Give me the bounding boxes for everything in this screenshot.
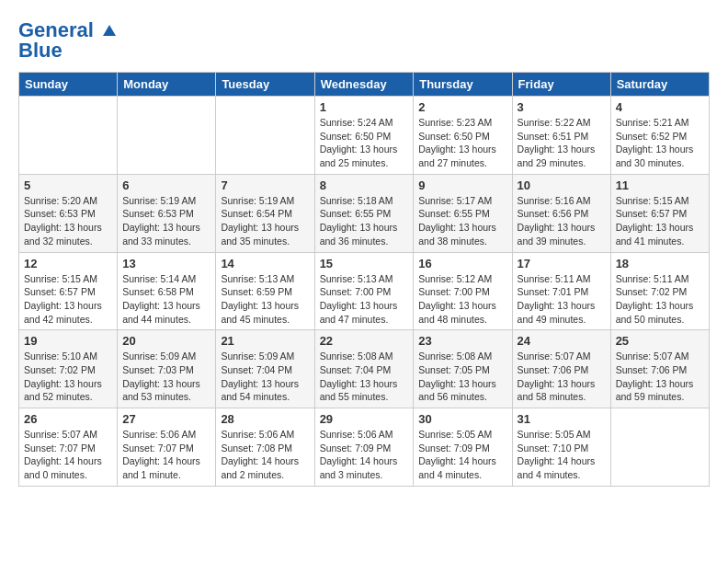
day-info: Sunrise: 5:06 AM Sunset: 7:09 PM Dayligh… <box>320 428 409 482</box>
day-info: Sunrise: 5:05 AM Sunset: 7:10 PM Dayligh… <box>518 428 606 482</box>
svg-marker-0 <box>103 25 116 36</box>
day-number: 21 <box>221 334 309 348</box>
day-number: 29 <box>320 412 409 426</box>
day-info: Sunrise: 5:13 AM Sunset: 7:00 PM Dayligh… <box>320 272 409 327</box>
day-info: Sunrise: 5:07 AM Sunset: 7:07 PM Dayligh… <box>24 428 112 482</box>
calendar-cell: 13Sunrise: 5:14 AM Sunset: 6:58 PM Dayli… <box>118 252 216 330</box>
day-header-wednesday: Wednesday <box>314 73 414 97</box>
calendar-cell: 27Sunrise: 5:06 AM Sunset: 7:07 PM Dayli… <box>118 408 216 487</box>
day-number: 7 <box>221 178 309 192</box>
calendar-cell: 23Sunrise: 5:08 AM Sunset: 7:05 PM Dayli… <box>414 330 512 408</box>
day-info: Sunrise: 5:15 AM Sunset: 6:57 PM Dayligh… <box>24 272 112 327</box>
calendar-cell: 7Sunrise: 5:19 AM Sunset: 6:54 PM Daylig… <box>216 174 314 252</box>
day-number: 23 <box>418 334 506 348</box>
day-header-sunday: Sunday <box>19 73 118 97</box>
calendar-cell: 28Sunrise: 5:06 AM Sunset: 7:08 PM Dayli… <box>216 408 314 487</box>
day-info: Sunrise: 5:09 AM Sunset: 7:04 PM Dayligh… <box>221 350 309 404</box>
day-header-monday: Monday <box>118 73 216 97</box>
calendar-cell: 19Sunrise: 5:10 AM Sunset: 7:02 PM Dayli… <box>19 330 118 408</box>
calendar-cell: 16Sunrise: 5:12 AM Sunset: 7:00 PM Dayli… <box>414 252 512 330</box>
day-number: 2 <box>418 100 506 114</box>
day-number: 5 <box>24 178 112 192</box>
day-number: 9 <box>418 178 506 192</box>
day-number: 27 <box>122 412 210 426</box>
day-info: Sunrise: 5:16 AM Sunset: 6:56 PM Dayligh… <box>518 194 606 248</box>
calendar-cell: 6Sunrise: 5:19 AM Sunset: 6:53 PM Daylig… <box>118 174 216 252</box>
day-info: Sunrise: 5:07 AM Sunset: 7:06 PM Dayligh… <box>518 350 606 404</box>
calendar-cell: 18Sunrise: 5:11 AM Sunset: 7:02 PM Dayli… <box>610 252 709 330</box>
logo-blue-text: Blue <box>18 39 63 63</box>
day-info: Sunrise: 5:11 AM Sunset: 7:02 PM Dayligh… <box>616 272 704 327</box>
day-number: 12 <box>24 257 112 270</box>
day-number: 25 <box>616 334 704 348</box>
day-number: 17 <box>518 257 606 270</box>
day-header-saturday: Saturday <box>610 73 709 97</box>
calendar-cell: 24Sunrise: 5:07 AM Sunset: 7:06 PM Dayli… <box>512 330 610 408</box>
day-number: 18 <box>616 257 704 270</box>
calendar-cell: 5Sunrise: 5:20 AM Sunset: 6:53 PM Daylig… <box>19 174 118 252</box>
day-info: Sunrise: 5:17 AM Sunset: 6:55 PM Dayligh… <box>418 194 506 248</box>
day-info: Sunrise: 5:19 AM Sunset: 6:54 PM Dayligh… <box>221 194 309 248</box>
calendar-cell: 17Sunrise: 5:11 AM Sunset: 7:01 PM Dayli… <box>512 252 610 330</box>
calendar-cell: 10Sunrise: 5:16 AM Sunset: 6:56 PM Dayli… <box>512 174 610 252</box>
day-number: 11 <box>616 178 704 192</box>
calendar-week-row: 26Sunrise: 5:07 AM Sunset: 7:07 PM Dayli… <box>19 408 710 487</box>
day-number: 30 <box>418 412 506 426</box>
calendar-cell: 14Sunrise: 5:13 AM Sunset: 6:59 PM Dayli… <box>216 252 314 330</box>
day-number: 1 <box>320 100 409 114</box>
calendar-cell <box>216 97 314 175</box>
calendar-cell: 26Sunrise: 5:07 AM Sunset: 7:07 PM Dayli… <box>19 408 118 487</box>
calendar-cell: 2Sunrise: 5:23 AM Sunset: 6:50 PM Daylig… <box>414 97 512 175</box>
day-number: 3 <box>518 100 606 114</box>
calendar-cell: 9Sunrise: 5:17 AM Sunset: 6:55 PM Daylig… <box>414 174 512 252</box>
day-info: Sunrise: 5:08 AM Sunset: 7:04 PM Dayligh… <box>320 350 409 404</box>
day-number: 4 <box>616 100 704 114</box>
calendar-table: SundayMondayTuesdayWednesdayThursdayFrid… <box>18 72 710 487</box>
day-number: 10 <box>518 178 606 192</box>
day-number: 31 <box>518 412 606 426</box>
calendar-cell <box>610 408 709 487</box>
page-header: General Blue <box>18 18 710 63</box>
day-header-tuesday: Tuesday <box>216 73 314 97</box>
calendar-cell: 20Sunrise: 5:09 AM Sunset: 7:03 PM Dayli… <box>118 330 216 408</box>
calendar-cell: 31Sunrise: 5:05 AM Sunset: 7:10 PM Dayli… <box>512 408 610 487</box>
calendar-cell: 15Sunrise: 5:13 AM Sunset: 7:00 PM Dayli… <box>314 252 414 330</box>
calendar-week-row: 1Sunrise: 5:24 AM Sunset: 6:50 PM Daylig… <box>19 97 710 175</box>
day-info: Sunrise: 5:14 AM Sunset: 6:58 PM Dayligh… <box>122 272 210 327</box>
day-info: Sunrise: 5:13 AM Sunset: 6:59 PM Dayligh… <box>221 272 309 327</box>
day-info: Sunrise: 5:12 AM Sunset: 7:00 PM Dayligh… <box>418 272 506 327</box>
day-number: 13 <box>122 257 210 270</box>
day-info: Sunrise: 5:07 AM Sunset: 7:06 PM Dayligh… <box>616 350 704 404</box>
day-number: 22 <box>320 334 409 348</box>
day-number: 15 <box>320 257 409 270</box>
calendar-week-row: 19Sunrise: 5:10 AM Sunset: 7:02 PM Dayli… <box>19 330 710 408</box>
calendar-cell: 3Sunrise: 5:22 AM Sunset: 6:51 PM Daylig… <box>512 97 610 175</box>
calendar-cell: 8Sunrise: 5:18 AM Sunset: 6:55 PM Daylig… <box>314 174 414 252</box>
day-info: Sunrise: 5:10 AM Sunset: 7:02 PM Dayligh… <box>24 350 112 404</box>
calendar-cell: 4Sunrise: 5:21 AM Sunset: 6:52 PM Daylig… <box>610 97 709 175</box>
calendar-cell: 12Sunrise: 5:15 AM Sunset: 6:57 PM Dayli… <box>19 252 118 330</box>
day-number: 14 <box>221 257 309 270</box>
calendar-week-row: 12Sunrise: 5:15 AM Sunset: 6:57 PM Dayli… <box>19 252 710 330</box>
day-info: Sunrise: 5:24 AM Sunset: 6:50 PM Dayligh… <box>320 116 409 170</box>
calendar-cell <box>19 97 118 175</box>
day-number: 8 <box>320 178 409 192</box>
day-info: Sunrise: 5:08 AM Sunset: 7:05 PM Dayligh… <box>418 350 506 404</box>
calendar-cell: 1Sunrise: 5:24 AM Sunset: 6:50 PM Daylig… <box>314 97 414 175</box>
day-info: Sunrise: 5:18 AM Sunset: 6:55 PM Dayligh… <box>320 194 409 248</box>
day-info: Sunrise: 5:06 AM Sunset: 7:07 PM Dayligh… <box>122 428 210 482</box>
day-number: 16 <box>418 257 506 270</box>
calendar-cell: 11Sunrise: 5:15 AM Sunset: 6:57 PM Dayli… <box>610 174 709 252</box>
day-info: Sunrise: 5:06 AM Sunset: 7:08 PM Dayligh… <box>221 428 309 482</box>
day-info: Sunrise: 5:20 AM Sunset: 6:53 PM Dayligh… <box>24 194 112 248</box>
day-info: Sunrise: 5:21 AM Sunset: 6:52 PM Dayligh… <box>616 116 704 170</box>
calendar-cell: 22Sunrise: 5:08 AM Sunset: 7:04 PM Dayli… <box>314 330 414 408</box>
day-info: Sunrise: 5:09 AM Sunset: 7:03 PM Dayligh… <box>122 350 210 404</box>
calendar-cell: 30Sunrise: 5:05 AM Sunset: 7:09 PM Dayli… <box>414 408 512 487</box>
day-number: 24 <box>518 334 606 348</box>
day-info: Sunrise: 5:15 AM Sunset: 6:57 PM Dayligh… <box>616 194 704 248</box>
day-info: Sunrise: 5:05 AM Sunset: 7:09 PM Dayligh… <box>418 428 506 482</box>
day-number: 28 <box>221 412 309 426</box>
logo: General Blue <box>18 18 118 63</box>
calendar-cell <box>118 97 216 175</box>
